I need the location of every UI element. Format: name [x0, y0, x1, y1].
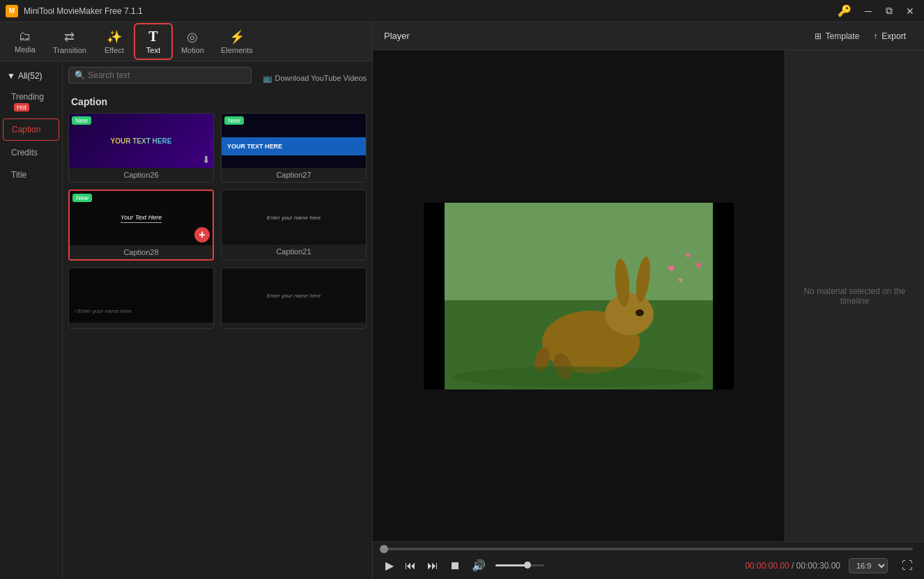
svg-text:♥: ♥	[678, 275, 683, 285]
volume-handle[interactable]	[524, 562, 531, 569]
sidebar-all[interactable]: ▼ All(52)	[0, 67, 62, 85]
caption28-thumb: New Your Text Here +	[70, 191, 213, 245]
text-icon: T	[148, 29, 157, 45]
volume-bar[interactable]	[495, 564, 544, 566]
caption26-label: Caption26	[69, 168, 213, 182]
template-label: Template	[826, 31, 860, 41]
svg-text:♥: ♥	[668, 261, 675, 275]
media-label: Media	[15, 45, 36, 54]
total-time: 00:00:30.00	[796, 561, 840, 571]
export-label: Export	[881, 31, 906, 41]
sidebar-item-caption[interactable]: Caption	[3, 118, 59, 141]
caption-card-28[interactable]: New Your Text Here + Caption28	[68, 190, 214, 261]
caption-card-5[interactable]: / Enter your name here	[68, 268, 214, 329]
svg-point-10	[453, 366, 704, 387]
media-icon: 🗂	[19, 29, 31, 44]
effect-tool-button[interactable]: ✨ Effect	[95, 25, 134, 59]
app-title: MiniTool MovieMaker Free 7.1.1	[24, 6, 838, 16]
elements-tool-button[interactable]: ⚡ Elements	[213, 25, 261, 59]
right-panel: Player ⊞ Template ↑ Export	[373, 22, 924, 579]
text-label: Text	[146, 46, 160, 54]
caption-card-6[interactable]: Enter your name here	[221, 268, 367, 329]
new-badge-27: New	[224, 116, 244, 125]
transition-tool-button[interactable]: ⇄ Transition	[45, 25, 95, 59]
time-separator: /	[792, 561, 796, 571]
caption26-thumb: New YOUR TEXT HERE ⬇	[69, 114, 213, 168]
motion-label: Motion	[181, 46, 204, 54]
progress-bar[interactable]	[384, 548, 913, 550]
volume-button[interactable]: 🔊	[470, 557, 487, 573]
effect-label: Effect	[105, 46, 124, 54]
caption-card-27[interactable]: New YOUR TEXT HERE Caption27	[221, 113, 367, 183]
effect-icon: ✨	[107, 29, 122, 45]
sidebar-item-credits[interactable]: Credits	[3, 142, 59, 163]
caption5-text: / Enter your name here	[75, 308, 132, 314]
player-label: Player	[384, 31, 410, 41]
media-tool-button[interactable]: 🗂 Media	[6, 25, 45, 58]
caption21-thumb: Enter your name here	[222, 190, 366, 245]
svg-text:♥: ♥	[695, 259, 702, 271]
current-time: 00:00:00.00	[745, 561, 789, 571]
key-icon: 🔑	[838, 4, 852, 17]
black-bar-left	[424, 203, 445, 389]
player-area: ♥ ♥ ♥ ♥	[373, 50, 785, 541]
download-icon-26: ⬇	[202, 154, 210, 165]
svg-point-7	[636, 309, 644, 316]
caption6-label	[222, 323, 366, 328]
svg-point-4	[605, 293, 654, 335]
template-icon: ⊞	[815, 31, 822, 41]
svg-text:♥: ♥	[685, 249, 691, 261]
caption27-text: YOUR TEXT HERE	[227, 143, 282, 150]
aspect-ratio-select[interactable]: 16:9 9:16 1:1 4:3	[849, 558, 888, 573]
player-header: Player ⊞ Template ↑ Export	[373, 22, 924, 50]
caption-card-21[interactable]: Enter your name here Caption21	[221, 190, 367, 261]
sidebar-item-trending[interactable]: Trending Hot	[3, 86, 59, 117]
left-panel: 🗂 Media ⇄ Transition ✨ Effect T Text ◎ M…	[0, 22, 373, 579]
no-material-panel: No material selected on the timeline	[785, 50, 924, 541]
prev-button[interactable]: ⏮	[403, 558, 417, 573]
next-button[interactable]: ⏭	[426, 558, 440, 573]
caption21-text: Enter your name here	[267, 215, 321, 221]
top-bar: 🔍 📺 Download YouTube Videos	[68, 67, 367, 89]
export-icon: ↑	[873, 31, 877, 41]
download-label: Download YouTube Videos	[275, 74, 367, 82]
close-button[interactable]: ✕	[902, 3, 918, 20]
search-input[interactable]	[88, 70, 245, 80]
caption-label: Caption	[12, 125, 40, 134]
search-bar[interactable]: 🔍	[68, 67, 252, 84]
app-icon: M	[6, 5, 18, 17]
toolbar: 🗂 Media ⇄ Transition ✨ Effect T Text ◎ M…	[0, 22, 372, 61]
motion-tool-button[interactable]: ◎ Motion	[173, 25, 213, 59]
download-youtube-button[interactable]: 📺 Download YouTube Videos	[263, 74, 367, 83]
transition-icon: ⇄	[64, 29, 75, 45]
minimize-button[interactable]: ─	[860, 3, 877, 20]
elements-label: Elements	[221, 46, 253, 54]
caption-card-26[interactable]: New YOUR TEXT HERE ⬇ Caption26	[68, 113, 214, 183]
window-controls: ─ ⧉ ✕	[860, 3, 918, 20]
text-tool-button[interactable]: T Text	[134, 23, 173, 60]
transition-label: Transition	[53, 46, 86, 54]
fullscreen-button[interactable]: ⛶	[902, 559, 913, 572]
template-button[interactable]: ⊞ Template	[808, 29, 867, 44]
credits-label: Credits	[11, 148, 38, 157]
sidebar-item-title[interactable]: Title	[3, 164, 59, 185]
main-layout: 🗂 Media ⇄ Transition ✨ Effect T Text ◎ M…	[0, 22, 924, 579]
video-frame: ♥ ♥ ♥ ♥	[424, 203, 734, 389]
caption5-label	[69, 323, 213, 328]
restore-button[interactable]: ⧉	[881, 3, 898, 20]
hot-badge: Hot	[14, 103, 29, 111]
add-button-28[interactable]: +	[194, 227, 210, 242]
stop-button[interactable]: ⏹	[448, 558, 462, 573]
title-label: Title	[11, 170, 26, 180]
caption5-thumb: / Enter your name here	[69, 268, 213, 323]
play-button[interactable]: ▶	[384, 557, 395, 573]
export-button[interactable]: ↑ Export	[866, 29, 913, 44]
new-badge: New	[72, 116, 91, 125]
player-main-area: ♥ ♥ ♥ ♥ No material selected on the time…	[373, 50, 924, 541]
black-bar-right	[713, 203, 734, 389]
elements-icon: ⚡	[229, 29, 245, 45]
search-icon: 🔍	[75, 70, 85, 80]
video-thumbnail: ♥ ♥ ♥ ♥	[424, 203, 734, 389]
no-material-text: No material selected on the timeline	[796, 286, 913, 306]
progress-handle[interactable]	[380, 545, 388, 553]
